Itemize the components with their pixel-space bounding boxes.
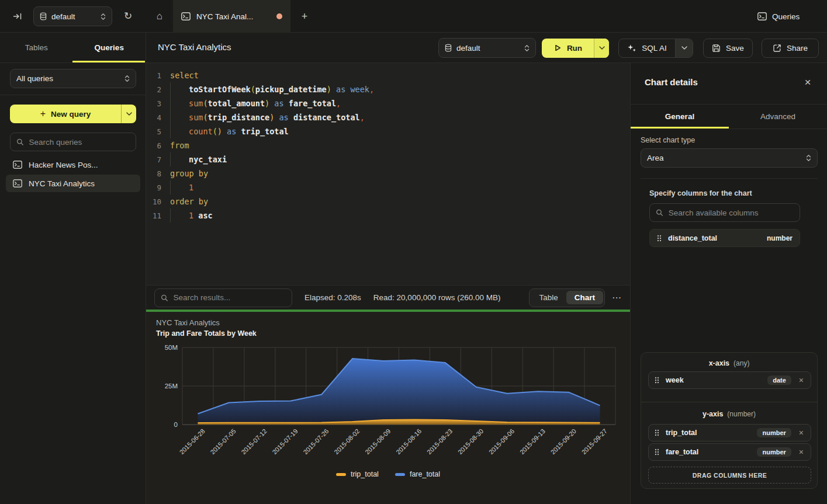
search-icon [656,208,663,217]
indent-guide [170,96,189,110]
query-header: NYC Taxi Analytics default Run SQL AI Sa… [146,33,827,63]
code-line[interactable]: 2toStartOfWeek(pickup_datetime) as week, [146,82,630,96]
svg-text:2015-09-20: 2015-09-20 [549,427,577,456]
code-line[interactable]: 6from [146,138,630,152]
run-options-button[interactable] [594,39,609,58]
queries-panel-button[interactable]: Queries [757,8,800,25]
close-icon[interactable]: × [800,75,815,90]
terminal-icon [757,12,767,20]
chart-title: NYC Taxi Analytics [156,318,220,327]
chevron-down-icon [681,46,687,50]
line-number: 5 [146,125,161,139]
remove-column-icon[interactable]: × [798,428,805,437]
tab-queries[interactable]: Queries [73,33,146,62]
code-line[interactable]: 10order by [146,194,630,208]
svg-text:2015-08-30: 2015-08-30 [456,427,485,456]
columns-search[interactable] [649,203,800,222]
queries-panel-label: Queries [772,12,800,21]
new-tab-button[interactable]: + [297,9,312,23]
query-filter-value: All queries [16,74,120,83]
axis-column-row[interactable]: trip_totalnumber× [648,424,811,442]
code-line[interactable]: 4sum(trip_distance) as distance_total, [146,110,630,124]
active-tab-underline [631,127,729,128]
chart-view-button[interactable]: Chart [566,291,603,304]
run-database-value: default [456,44,520,53]
updown-chevron-icon [806,154,811,162]
sidebar-query-item[interactable]: NYC Taxi Analytics [6,175,140,192]
drag-handle-icon [655,449,659,456]
indent-guide [170,110,189,124]
tab-tables[interactable]: Tables [0,33,73,62]
code-line[interactable]: 5count() as trip_total [146,124,630,138]
sql-ai-menu-button[interactable] [675,39,693,57]
line-number: 7 [146,153,161,167]
line-number: 3 [146,97,161,111]
svg-text:2015-09-27: 2015-09-27 [580,427,608,456]
sidebar: Tables Queries All queries +New query Ha… [0,33,146,504]
indent-guide [170,124,189,138]
chart-type-label: Select chart type [641,136,695,144]
new-query-button[interactable]: +New query [10,105,136,123]
axis-column-row[interactable]: fare_totalnumber× [648,443,811,461]
remove-column-icon[interactable]: × [798,376,805,385]
sql-console-app: default ↻ ⌂ NYC Taxi Anal... + Queries T… [0,0,827,504]
legend-label: fare_total [410,470,440,478]
remove-column-icon[interactable]: × [798,447,805,457]
columns-search-input[interactable] [669,208,794,217]
drop-zone[interactable]: DRAG COLUMNS HERE [648,467,811,484]
save-button[interactable]: Save [703,39,753,58]
table-view-button[interactable]: Table [531,291,566,304]
tab-general[interactable]: General [631,105,729,128]
home-tab-icon[interactable]: ⌂ [146,0,173,32]
new-query-label: New query [51,110,91,119]
available-column-card[interactable]: distance_totalnumber [649,229,800,247]
column-name: week [666,376,761,384]
sidebar-query-item[interactable]: Hacker News Pos... [6,156,140,173]
search-icon [16,138,23,146]
sql-ai-button[interactable]: SQL AI [618,39,693,58]
query-icon [13,179,22,187]
chart-details-panel: Chart details × General Advanced Select … [630,63,827,504]
terminal-icon [181,12,191,20]
query-tab[interactable]: NYC Taxi Anal... [173,0,290,33]
code-line[interactable]: 111 asc [146,208,630,223]
run-database-select[interactable]: default [438,38,536,58]
sql-editor[interactable]: 1select2toStartOfWeek(pickup_datetime) a… [146,63,630,285]
legend-swatch [336,473,346,476]
code-lines: 1select2toStartOfWeek(pickup_datetime) a… [146,68,630,223]
svg-text:2015-08-23: 2015-08-23 [425,427,454,456]
y-axis-rows: trip_totalnumber×fare_totalnumber× [648,424,811,463]
chart-type-value: Area [647,154,801,162]
query-filter-select[interactable]: All queries [10,69,136,88]
rows-read: Read: 20,000,000 rows (260.00 MB) [373,293,501,302]
code-line[interactable]: 7nyc_taxi [146,152,630,166]
elapsed-time: Elapsed: 0.208s [304,293,361,302]
code-line[interactable]: 91 [146,180,630,194]
tab-advanced[interactable]: Advanced [729,105,827,128]
run-button[interactable]: Run [542,39,609,58]
code-line[interactable]: 3sum(total_amount) as fare_total, [146,96,630,110]
column-type-badge: date [767,376,791,385]
code-line[interactable]: 8group by [146,166,630,180]
new-query-menu-button[interactable] [121,105,136,123]
legend-item[interactable]: trip_total [336,470,379,478]
chart-type-select[interactable]: Area [641,148,818,168]
results-search[interactable] [154,289,292,307]
legend-item[interactable]: fare_total [395,470,440,478]
axis-column-row[interactable]: weekdate× [648,371,811,389]
share-button[interactable]: Share [762,39,819,58]
svg-text:2015-08-09: 2015-08-09 [364,427,392,456]
collapse-sidebar-icon[interactable] [11,10,25,23]
results-toolbar: Elapsed: 0.208s Read: 20,000,000 rows (2… [146,285,630,310]
axis-config: x-axis (any) weekdate× y-axis (number) t… [641,352,818,489]
save-label: Save [726,44,744,53]
database-select[interactable]: default [33,6,112,26]
divider [641,178,818,179]
more-options-icon[interactable]: ⋯ [612,292,622,303]
results-search-input[interactable] [174,293,286,302]
sidebar-search-input[interactable] [29,138,130,147]
line-number: 10 [146,195,161,209]
refresh-icon[interactable]: ↻ [120,8,136,23]
code-line[interactable]: 1select [146,68,630,82]
sidebar-search[interactable] [10,133,136,151]
